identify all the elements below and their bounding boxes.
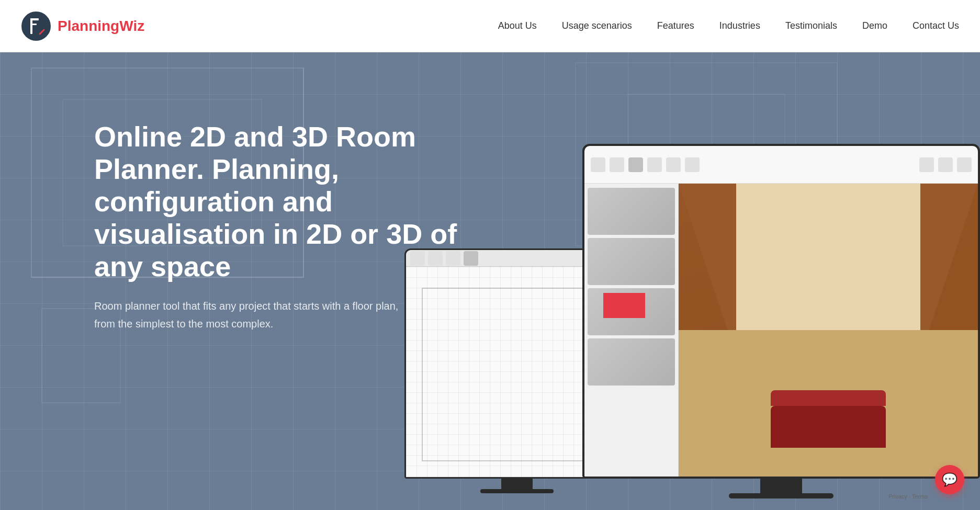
hero-subtext: Room planner tool that fits any project … — [94, 297, 440, 333]
app-toolbar-btn-6 — [685, 157, 700, 172]
app-toolbar-btn-r2 — [938, 157, 953, 172]
site-header: PlanningWiz About Us Usage scenarios Fea… — [0, 0, 980, 52]
nav-item-contact-us[interactable]: Contact Us — [913, 20, 959, 31]
app-toolbar-btn-4 — [647, 157, 662, 172]
room-3d-render — [679, 184, 978, 477]
chat-button[interactable]: 💬 — [935, 465, 964, 494]
monitor-right-base — [729, 493, 833, 498]
nav-item-about-us[interactable]: About Us — [498, 20, 537, 31]
screen-inner-right — [584, 184, 978, 477]
logo-text: PlanningWiz — [58, 18, 144, 35]
logo-icon — [21, 11, 51, 41]
app-toolbar-btn-1 — [591, 157, 605, 172]
furniture-panel — [584, 184, 679, 477]
svg-point-0 — [22, 12, 50, 40]
nav-item-testimonials[interactable]: Testimonials — [785, 20, 837, 31]
main-nav: About Us Usage scenarios Features Indust… — [498, 20, 959, 31]
nav-item-usage-scenarios[interactable]: Usage scenarios — [562, 20, 632, 31]
red-accent-decoration — [603, 293, 645, 318]
monitor-right — [582, 144, 980, 510]
app-toolbar-btn-5 — [666, 157, 681, 172]
logo[interactable]: PlanningWiz — [21, 11, 144, 41]
svg-rect-1 — [30, 18, 32, 34]
furniture-item-4 — [588, 338, 675, 386]
app-toolbar-right — [584, 146, 978, 184]
app-toolbar-btn-3d — [628, 157, 643, 172]
room-sofa — [771, 406, 886, 448]
privacy-notice: Privacy · Terms — [888, 493, 928, 500]
monitor-right-stand — [760, 479, 802, 493]
hero-section: Online 2D and 3D Room Planner. Planning,… — [0, 52, 980, 510]
app-toolbar-btn-r3 — [957, 157, 972, 172]
app-toolbar-btn-r1 — [919, 157, 934, 172]
hero-heading: Online 2D and 3D Room Planner. Planning,… — [94, 120, 502, 282]
3d-room-view — [679, 184, 978, 477]
svg-rect-3 — [30, 24, 37, 25]
monitor-left-stand — [501, 479, 533, 489]
furniture-item-1 — [588, 188, 675, 235]
hero-content: Online 2D and 3D Room Planner. Planning,… — [94, 120, 502, 333]
nav-item-industries[interactable]: Industries — [719, 20, 760, 31]
nav-item-features[interactable]: Features — [657, 20, 694, 31]
chat-icon: 💬 — [942, 472, 958, 487]
svg-rect-2 — [30, 18, 39, 20]
monitor-left-base — [480, 489, 554, 493]
app-toolbar-btn-2 — [610, 157, 624, 172]
nav-item-demo[interactable]: Demo — [862, 20, 887, 31]
furniture-item-2 — [588, 238, 675, 285]
